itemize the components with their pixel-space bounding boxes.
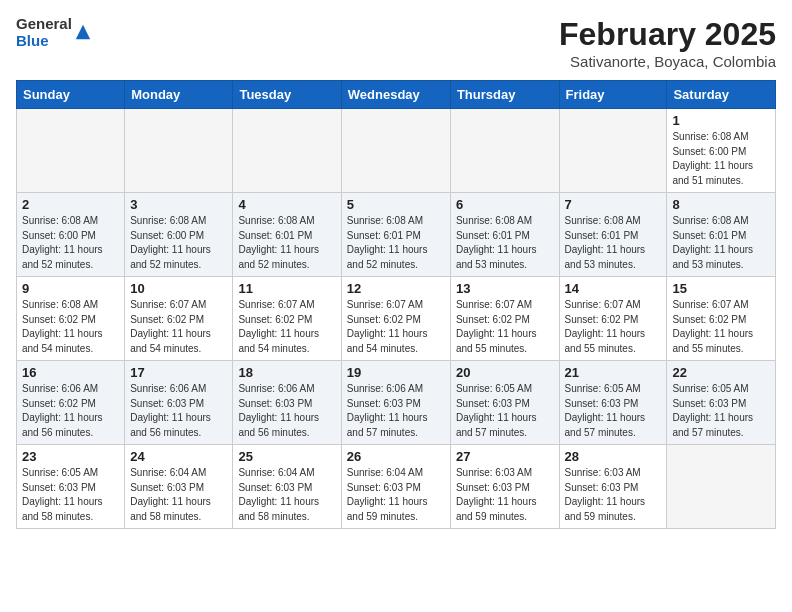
day-number: 19 xyxy=(347,365,445,380)
calendar-day-cell: 10Sunrise: 6:07 AM Sunset: 6:02 PM Dayli… xyxy=(125,277,233,361)
calendar-day-cell: 19Sunrise: 6:06 AM Sunset: 6:03 PM Dayli… xyxy=(341,361,450,445)
day-info: Sunrise: 6:05 AM Sunset: 6:03 PM Dayligh… xyxy=(456,382,554,440)
day-info: Sunrise: 6:07 AM Sunset: 6:02 PM Dayligh… xyxy=(130,298,227,356)
day-info: Sunrise: 6:07 AM Sunset: 6:02 PM Dayligh… xyxy=(456,298,554,356)
calendar-week-row: 1Sunrise: 6:08 AM Sunset: 6:00 PM Daylig… xyxy=(17,109,776,193)
calendar-header-row: SundayMondayTuesdayWednesdayThursdayFrid… xyxy=(17,81,776,109)
day-number: 14 xyxy=(565,281,662,296)
calendar-day-cell: 21Sunrise: 6:05 AM Sunset: 6:03 PM Dayli… xyxy=(559,361,667,445)
day-number: 9 xyxy=(22,281,119,296)
weekday-header: Monday xyxy=(125,81,233,109)
logo-line2: Blue xyxy=(16,33,72,50)
day-info: Sunrise: 6:06 AM Sunset: 6:03 PM Dayligh… xyxy=(130,382,227,440)
day-number: 5 xyxy=(347,197,445,212)
calendar-day-cell xyxy=(667,445,776,529)
day-info: Sunrise: 6:03 AM Sunset: 6:03 PM Dayligh… xyxy=(456,466,554,524)
calendar-day-cell xyxy=(125,109,233,193)
calendar-day-cell: 13Sunrise: 6:07 AM Sunset: 6:02 PM Dayli… xyxy=(450,277,559,361)
day-info: Sunrise: 6:05 AM Sunset: 6:03 PM Dayligh… xyxy=(672,382,770,440)
page-subtitle: Sativanorte, Boyaca, Colombia xyxy=(559,53,776,70)
day-number: 3 xyxy=(130,197,227,212)
weekday-header: Thursday xyxy=(450,81,559,109)
calendar-day-cell: 22Sunrise: 6:05 AM Sunset: 6:03 PM Dayli… xyxy=(667,361,776,445)
day-number: 18 xyxy=(238,365,335,380)
day-number: 11 xyxy=(238,281,335,296)
day-info: Sunrise: 6:08 AM Sunset: 6:00 PM Dayligh… xyxy=(672,130,770,188)
calendar-day-cell xyxy=(559,109,667,193)
title-block: February 2025 Sativanorte, Boyaca, Colom… xyxy=(559,16,776,70)
day-number: 1 xyxy=(672,113,770,128)
day-number: 8 xyxy=(672,197,770,212)
day-number: 2 xyxy=(22,197,119,212)
day-info: Sunrise: 6:03 AM Sunset: 6:03 PM Dayligh… xyxy=(565,466,662,524)
calendar-table: SundayMondayTuesdayWednesdayThursdayFrid… xyxy=(16,80,776,529)
day-number: 12 xyxy=(347,281,445,296)
day-info: Sunrise: 6:04 AM Sunset: 6:03 PM Dayligh… xyxy=(347,466,445,524)
calendar-day-cell: 26Sunrise: 6:04 AM Sunset: 6:03 PM Dayli… xyxy=(341,445,450,529)
logo-icon xyxy=(74,23,92,41)
calendar-week-row: 2Sunrise: 6:08 AM Sunset: 6:00 PM Daylig… xyxy=(17,193,776,277)
weekday-header: Wednesday xyxy=(341,81,450,109)
day-info: Sunrise: 6:08 AM Sunset: 6:01 PM Dayligh… xyxy=(238,214,335,272)
calendar-day-cell: 12Sunrise: 6:07 AM Sunset: 6:02 PM Dayli… xyxy=(341,277,450,361)
calendar-day-cell xyxy=(341,109,450,193)
calendar-day-cell xyxy=(17,109,125,193)
calendar-day-cell: 17Sunrise: 6:06 AM Sunset: 6:03 PM Dayli… xyxy=(125,361,233,445)
day-info: Sunrise: 6:08 AM Sunset: 6:01 PM Dayligh… xyxy=(672,214,770,272)
logo: General Blue xyxy=(16,16,92,49)
weekday-header: Tuesday xyxy=(233,81,341,109)
weekday-header: Saturday xyxy=(667,81,776,109)
day-info: Sunrise: 6:06 AM Sunset: 6:03 PM Dayligh… xyxy=(238,382,335,440)
day-number: 10 xyxy=(130,281,227,296)
day-info: Sunrise: 6:08 AM Sunset: 6:00 PM Dayligh… xyxy=(22,214,119,272)
day-number: 13 xyxy=(456,281,554,296)
calendar-day-cell: 5Sunrise: 6:08 AM Sunset: 6:01 PM Daylig… xyxy=(341,193,450,277)
page-title: February 2025 xyxy=(559,16,776,53)
day-number: 28 xyxy=(565,449,662,464)
calendar-day-cell: 18Sunrise: 6:06 AM Sunset: 6:03 PM Dayli… xyxy=(233,361,341,445)
day-number: 6 xyxy=(456,197,554,212)
day-info: Sunrise: 6:08 AM Sunset: 6:00 PM Dayligh… xyxy=(130,214,227,272)
calendar-day-cell: 8Sunrise: 6:08 AM Sunset: 6:01 PM Daylig… xyxy=(667,193,776,277)
day-number: 24 xyxy=(130,449,227,464)
day-number: 7 xyxy=(565,197,662,212)
calendar-day-cell: 24Sunrise: 6:04 AM Sunset: 6:03 PM Dayli… xyxy=(125,445,233,529)
day-info: Sunrise: 6:07 AM Sunset: 6:02 PM Dayligh… xyxy=(672,298,770,356)
weekday-header: Sunday xyxy=(17,81,125,109)
calendar-week-row: 16Sunrise: 6:06 AM Sunset: 6:02 PM Dayli… xyxy=(17,361,776,445)
calendar-day-cell: 20Sunrise: 6:05 AM Sunset: 6:03 PM Dayli… xyxy=(450,361,559,445)
page-header: General Blue February 2025 Sativanorte, … xyxy=(16,16,776,70)
calendar-week-row: 23Sunrise: 6:05 AM Sunset: 6:03 PM Dayli… xyxy=(17,445,776,529)
day-number: 27 xyxy=(456,449,554,464)
calendar-day-cell: 1Sunrise: 6:08 AM Sunset: 6:00 PM Daylig… xyxy=(667,109,776,193)
calendar-day-cell: 2Sunrise: 6:08 AM Sunset: 6:00 PM Daylig… xyxy=(17,193,125,277)
day-info: Sunrise: 6:08 AM Sunset: 6:01 PM Dayligh… xyxy=(456,214,554,272)
calendar-day-cell: 6Sunrise: 6:08 AM Sunset: 6:01 PM Daylig… xyxy=(450,193,559,277)
calendar-week-row: 9Sunrise: 6:08 AM Sunset: 6:02 PM Daylig… xyxy=(17,277,776,361)
calendar-day-cell: 3Sunrise: 6:08 AM Sunset: 6:00 PM Daylig… xyxy=(125,193,233,277)
day-info: Sunrise: 6:05 AM Sunset: 6:03 PM Dayligh… xyxy=(22,466,119,524)
day-number: 17 xyxy=(130,365,227,380)
calendar-day-cell: 9Sunrise: 6:08 AM Sunset: 6:02 PM Daylig… xyxy=(17,277,125,361)
weekday-header: Friday xyxy=(559,81,667,109)
day-info: Sunrise: 6:06 AM Sunset: 6:02 PM Dayligh… xyxy=(22,382,119,440)
day-number: 20 xyxy=(456,365,554,380)
day-info: Sunrise: 6:07 AM Sunset: 6:02 PM Dayligh… xyxy=(238,298,335,356)
calendar-day-cell: 14Sunrise: 6:07 AM Sunset: 6:02 PM Dayli… xyxy=(559,277,667,361)
calendar-day-cell: 28Sunrise: 6:03 AM Sunset: 6:03 PM Dayli… xyxy=(559,445,667,529)
day-number: 4 xyxy=(238,197,335,212)
logo-line1: General xyxy=(16,16,72,33)
day-info: Sunrise: 6:08 AM Sunset: 6:01 PM Dayligh… xyxy=(565,214,662,272)
day-number: 25 xyxy=(238,449,335,464)
calendar-day-cell: 4Sunrise: 6:08 AM Sunset: 6:01 PM Daylig… xyxy=(233,193,341,277)
calendar-day-cell: 16Sunrise: 6:06 AM Sunset: 6:02 PM Dayli… xyxy=(17,361,125,445)
day-info: Sunrise: 6:07 AM Sunset: 6:02 PM Dayligh… xyxy=(565,298,662,356)
day-number: 26 xyxy=(347,449,445,464)
svg-marker-0 xyxy=(76,24,90,38)
day-info: Sunrise: 6:04 AM Sunset: 6:03 PM Dayligh… xyxy=(238,466,335,524)
calendar-day-cell: 27Sunrise: 6:03 AM Sunset: 6:03 PM Dayli… xyxy=(450,445,559,529)
day-number: 15 xyxy=(672,281,770,296)
day-info: Sunrise: 6:06 AM Sunset: 6:03 PM Dayligh… xyxy=(347,382,445,440)
calendar-day-cell xyxy=(233,109,341,193)
day-info: Sunrise: 6:07 AM Sunset: 6:02 PM Dayligh… xyxy=(347,298,445,356)
